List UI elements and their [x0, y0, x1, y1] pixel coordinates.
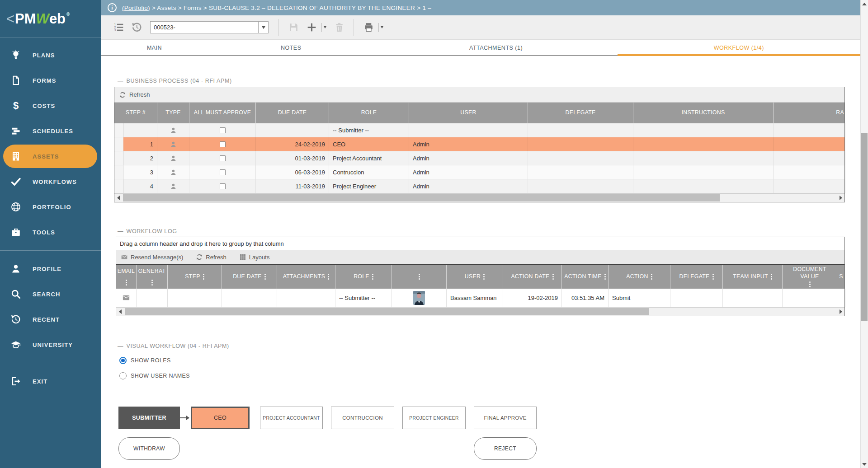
sidebar-item-assets[interactable]: ASSETS	[3, 145, 97, 168]
sidebar-item-plans[interactable]: PLANS	[0, 42, 101, 68]
vertical-scrollbar[interactable]	[860, 0, 868, 468]
column-header-photo[interactable]	[392, 265, 447, 289]
breadcrumb-portfolio-link[interactable]: (Portfolio)	[122, 5, 150, 11]
column-menu-icon[interactable]	[809, 281, 811, 287]
sidebar-item-recent[interactable]: RECENT	[0, 307, 101, 332]
tab-attachments[interactable]: ATTACHMENTS (1)	[374, 40, 617, 56]
row-handle[interactable]	[114, 165, 123, 179]
collapse-section-icon[interactable]: —	[118, 343, 123, 349]
column-header-step-[interactable]: STEP #	[114, 103, 157, 123]
column-menu-icon[interactable]	[151, 280, 153, 285]
resend-messages-button[interactable]: Resend Message(s)	[121, 253, 183, 261]
all-must-approve-checkbox[interactable]	[220, 183, 226, 189]
column-header-action[interactable]: ACTION	[609, 265, 670, 289]
column-header-user[interactable]: USER	[447, 265, 503, 289]
all-must-approve-checkbox[interactable]	[220, 141, 226, 147]
column-menu-icon[interactable]	[604, 274, 606, 280]
add-dropdown-button[interactable]	[321, 23, 326, 32]
column-menu-icon[interactable]	[328, 274, 329, 280]
business-process-row[interactable]: 201-03-2019Project AccountantAdmin	[114, 151, 844, 165]
scroll-right-icon[interactable]	[837, 308, 844, 316]
record-number-dropdown-button[interactable]	[258, 22, 268, 33]
column-menu-icon[interactable]	[712, 274, 714, 280]
sidebar-item-profile[interactable]: PROFILE	[0, 256, 101, 281]
scroll-down-icon[interactable]	[861, 460, 868, 468]
withdraw-button[interactable]: WITHDRAW	[118, 437, 180, 460]
layouts-button[interactable]: Layouts	[239, 253, 270, 261]
column-menu-icon[interactable]	[771, 274, 772, 280]
all-must-approve-checkbox[interactable]	[220, 169, 226, 175]
column-header-attachments[interactable]: ATTACHMENTS	[277, 265, 335, 289]
show-user-names-radio[interactable]: SHOW USER NAMES	[119, 372, 190, 379]
column-header-user[interactable]: USER	[409, 103, 528, 123]
record-number-input[interactable]	[151, 22, 258, 33]
column-header-role[interactable]: ROLE	[335, 265, 392, 289]
workflow-step-final-approve[interactable]: FINAL APPROVE	[474, 407, 537, 429]
workflow-step-submitter[interactable]: SUBMITTER	[118, 407, 180, 429]
info-icon[interactable]: i	[108, 3, 117, 12]
sidebar-item-workflows[interactable]: WORKFLOWS	[0, 169, 101, 194]
row-handle[interactable]	[114, 123, 123, 137]
column-header-delegate[interactable]: DELEGATE	[528, 103, 633, 123]
column-header-email[interactable]: EMAIL	[116, 265, 137, 289]
column-header-step[interactable]: STEP	[168, 265, 222, 289]
refresh-button[interactable]: Refresh	[114, 87, 844, 103]
sidebar-item-exit[interactable]: EXIT	[0, 369, 101, 394]
column-menu-icon[interactable]	[203, 274, 204, 280]
row-handle[interactable]	[114, 137, 123, 151]
column-menu-icon[interactable]	[372, 274, 373, 280]
sidebar-item-university[interactable]: UNIVERSITY	[0, 332, 101, 357]
group-by-drop-zone[interactable]: Drag a column header and drop it here to…	[116, 237, 844, 250]
row-handle[interactable]	[114, 151, 123, 165]
h-scrollbar-thumb[interactable]	[125, 308, 649, 315]
column-menu-icon[interactable]	[483, 274, 485, 280]
show-roles-radio[interactable]: SHOW ROLES	[119, 357, 171, 364]
history-icon[interactable]	[127, 19, 146, 37]
workflow-step-contruccion[interactable]: CONTRUCCION	[331, 407, 394, 429]
tab-notes[interactable]: NOTES	[208, 40, 374, 56]
column-header-delegate[interactable]: DELEGATE	[670, 265, 723, 289]
column-header-instructions[interactable]: INSTRUCTIONS	[633, 103, 774, 123]
add-icon[interactable]	[302, 19, 321, 37]
column-header-action-date[interactable]: ACTION DATE	[503, 265, 562, 289]
row-handle[interactable]	[114, 179, 123, 193]
delete-icon[interactable]	[330, 19, 348, 37]
scroll-left-icon[interactable]	[114, 194, 122, 202]
envelope-icon[interactable]	[122, 294, 130, 302]
pmweb-logo[interactable]: <PMWeb®	[0, 0, 101, 38]
business-process-h-scrollbar[interactable]	[114, 193, 844, 202]
all-must-approve-checkbox[interactable]	[220, 127, 226, 133]
workflow-step-project-accountant[interactable]: PROJECT ACCOUNTANT	[260, 407, 323, 429]
workflow-step-project-engineer[interactable]: PROJECT ENGINEER	[402, 407, 466, 429]
column-menu-icon[interactable]	[651, 274, 652, 280]
print-dropdown-button[interactable]	[378, 23, 383, 32]
workflow-log-row[interactable]: -- Submitter --Bassam Samman19-02-201903…	[116, 289, 844, 307]
save-icon[interactable]	[284, 19, 302, 37]
column-menu-icon[interactable]	[419, 274, 420, 280]
column-header-ra[interactable]: RA	[774, 103, 845, 123]
print-icon[interactable]	[359, 19, 377, 37]
scroll-left-icon[interactable]	[116, 308, 124, 316]
business-process-row[interactable]: 411-03-2019Project EngineerAdmin	[114, 179, 844, 193]
tab-workflow[interactable]: WORKFLOW (1/4)	[618, 40, 860, 56]
sidebar-item-schedules[interactable]: SCHEDULES	[0, 118, 101, 144]
column-header-document-value[interactable]: DOCUMENT VALUE	[783, 265, 837, 289]
scroll-up-icon[interactable]	[861, 0, 868, 8]
sidebar-item-portfolio[interactable]: PORTFOLIO	[0, 194, 101, 220]
column-menu-icon[interactable]	[552, 274, 554, 280]
column-header-s[interactable]: S	[837, 265, 845, 289]
business-process-row[interactable]: -- Submitter --	[114, 123, 844, 137]
business-process-row[interactable]: 124-02-2019CEOAdmin	[114, 137, 844, 151]
column-header-team-input[interactable]: TEAM INPUT	[723, 265, 783, 289]
column-header-all-must-approve[interactable]: ALL MUST APPROVE	[189, 103, 256, 123]
v-scrollbar-thumb[interactable]	[861, 133, 868, 321]
business-process-row[interactable]: 306-03-2019ContruccionAdmin	[114, 165, 844, 179]
refresh-button[interactable]: Refresh	[196, 253, 226, 261]
collapse-section-icon[interactable]: —	[118, 78, 123, 84]
column-header-due-date[interactable]: DUE DATE	[222, 265, 277, 289]
workflow-log-h-scrollbar[interactable]	[116, 307, 844, 316]
tab-main[interactable]: MAIN	[101, 40, 208, 56]
sidebar-item-forms[interactable]: FORMS	[0, 68, 101, 93]
h-scrollbar-thumb[interactable]	[123, 194, 720, 201]
workflow-step-ceo[interactable]: CEO	[191, 407, 250, 429]
